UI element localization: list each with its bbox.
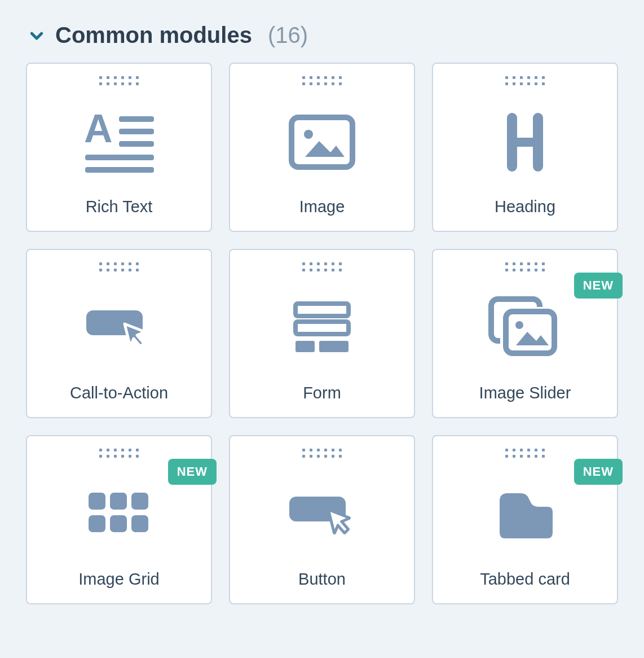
drag-handle-icon[interactable] — [302, 449, 342, 458]
svg-rect-22 — [131, 493, 148, 510]
section-title: Common modules — [55, 23, 252, 48]
svg-rect-20 — [89, 493, 105, 510]
module-card-tabbed-card[interactable]: NEW Tabbed card — [432, 435, 618, 604]
drag-handle-icon[interactable] — [505, 449, 545, 458]
module-label: Image — [299, 198, 345, 216]
drag-handle-icon[interactable] — [302, 76, 342, 85]
module-card-image[interactable]: Image — [229, 63, 415, 232]
module-label: Image Grid — [78, 570, 159, 589]
module-label: Rich Text — [86, 198, 153, 216]
new-badge: NEW — [168, 459, 217, 485]
svg-rect-4 — [85, 155, 154, 160]
module-grid: A Rich Text Image — [23, 63, 621, 604]
svg-rect-13 — [295, 322, 349, 334]
svg-rect-10 — [511, 138, 539, 147]
module-label: Image Slider — [479, 384, 571, 402]
rich-text-icon: A — [36, 91, 202, 193]
module-card-rich-text[interactable]: A Rich Text — [26, 63, 212, 232]
module-label: Tabbed card — [480, 570, 570, 589]
section-header[interactable]: Common modules (16) — [23, 17, 621, 63]
module-label: Button — [298, 570, 346, 589]
svg-rect-6 — [292, 117, 352, 167]
drag-handle-icon[interactable] — [99, 449, 139, 458]
svg-rect-3 — [119, 141, 154, 147]
drag-handle-icon[interactable] — [99, 262, 139, 271]
svg-rect-15 — [319, 341, 349, 352]
drag-handle-icon[interactable] — [505, 76, 545, 85]
svg-point-19 — [515, 321, 523, 329]
button-icon — [239, 463, 405, 565]
svg-rect-5 — [85, 167, 154, 173]
drag-handle-icon[interactable] — [505, 262, 545, 271]
module-card-form[interactable]: Form — [229, 249, 415, 418]
svg-text:A: A — [84, 108, 113, 151]
svg-rect-14 — [295, 341, 315, 352]
module-label: Form — [303, 384, 341, 402]
section-count: (16) — [268, 23, 308, 48]
heading-icon — [442, 91, 608, 193]
module-card-heading[interactable]: Heading — [432, 63, 618, 232]
svg-rect-1 — [119, 116, 154, 122]
cta-icon — [36, 277, 202, 379]
drag-handle-icon[interactable] — [99, 76, 139, 85]
module-card-image-grid[interactable]: NEW Image Grid — [26, 435, 212, 604]
form-icon — [239, 277, 405, 379]
chevron-down-icon — [28, 27, 45, 44]
svg-rect-2 — [119, 129, 154, 134]
module-card-button[interactable]: Button — [229, 435, 415, 604]
module-label: Call-to-Action — [70, 384, 168, 402]
module-card-image-slider[interactable]: NEW Image Slider — [432, 249, 618, 418]
drag-handle-icon[interactable] — [302, 262, 342, 271]
module-label: Heading — [495, 198, 555, 216]
image-icon — [239, 91, 405, 193]
new-badge: NEW — [574, 459, 623, 485]
svg-rect-24 — [110, 515, 127, 532]
module-card-cta[interactable]: Call-to-Action — [26, 249, 212, 418]
svg-rect-23 — [89, 515, 105, 532]
svg-rect-21 — [110, 493, 127, 510]
svg-rect-25 — [131, 515, 148, 532]
svg-rect-12 — [295, 304, 349, 316]
svg-point-7 — [304, 130, 313, 139]
new-badge: NEW — [574, 273, 623, 299]
